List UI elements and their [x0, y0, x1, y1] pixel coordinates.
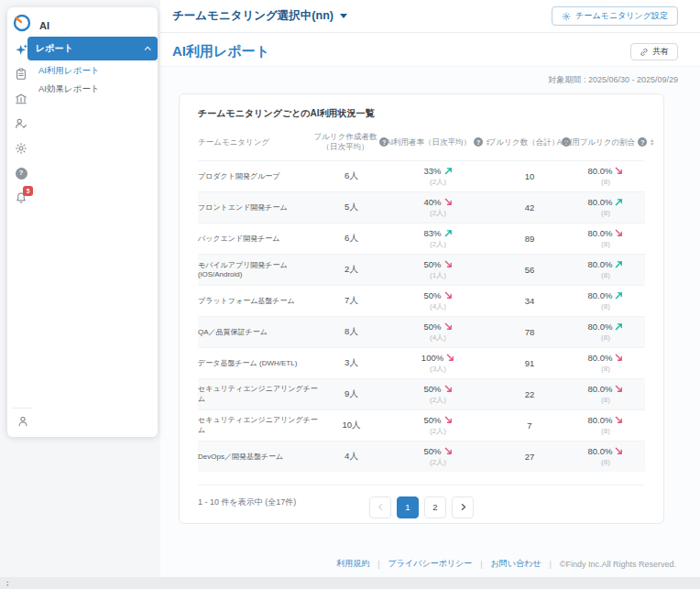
team-name-cell: セキュリティエンジニアリングチーム	[198, 415, 322, 435]
settings-gear-icon[interactable]	[14, 141, 28, 156]
team-name-cell: QA／品質保証チーム	[198, 327, 322, 337]
sort-icon[interactable]	[650, 138, 654, 146]
trend-down-icon	[615, 385, 623, 393]
page-footer: 利用規約 | プライバシーポリシー | お問い合わせ | ©Findy Inc.…	[336, 558, 676, 570]
pr-count-cell: 10	[495, 171, 564, 181]
table-row: フロントエンド開発チーム5人40%(2人)4280.0%(8)	[198, 191, 645, 223]
page-button-1[interactable]: 1	[397, 496, 419, 518]
sidebar-item-report[interactable]: レポート	[27, 37, 158, 60]
ai-usage-rate-value: 33%	[423, 165, 441, 177]
next-page-button[interactable]	[452, 496, 474, 518]
sidebar-logo-label: AI	[39, 20, 49, 31]
footer-separator: |	[549, 560, 551, 569]
ai-usage-rate-sub: (2人)	[430, 239, 446, 249]
ai-usage-rate-cell: 50%(4人)	[381, 289, 495, 311]
sidebar-menu-label: レポート	[36, 42, 73, 55]
team-monitoring-selector[interactable]: チームモニタリング選択中(nn)	[172, 8, 347, 24]
organization-icon[interactable]	[14, 92, 28, 106]
sidebar-icon-rail: 5	[14, 42, 28, 205]
trend-up-icon	[444, 167, 453, 175]
ai-usage-table-card: チームモニタリングごとのAI利用状況一覧 チームモニタリングプルリク作成者数（日…	[179, 93, 664, 524]
help-icon[interactable]	[638, 137, 647, 147]
table-row: セキュリティエンジニアリングチーム10人50%(2人)780.0%(8)	[198, 409, 645, 441]
ai-pr-ratio-value: 80.0%	[588, 258, 613, 270]
trend-down-icon	[444, 260, 453, 268]
table-row: プロダクト開発グループ6人33%(2人)1080.0%(8)	[198, 160, 645, 191]
team-selector-label: チームモニタリング選択中(nn)	[172, 8, 334, 24]
trend-down-icon	[444, 322, 453, 331]
ai-usage-rate-sub: (4人)	[430, 301, 446, 311]
column-label-line2: （日次平均）	[323, 142, 369, 152]
page-title: AI利用レポート	[172, 43, 269, 60]
chevron-up-icon	[145, 46, 151, 52]
ai-usage-rate-value: 50%	[423, 414, 441, 426]
footer-separator: |	[377, 560, 379, 569]
ai-usage-rate-sub: (2人)	[430, 426, 446, 436]
trend-up-icon	[444, 229, 453, 237]
trend-down-icon	[615, 229, 623, 237]
pr-count-cell: 42	[495, 202, 564, 213]
account-user-icon[interactable]	[16, 414, 30, 429]
team-name-cell: セキュリティエンジニアリングチーム	[198, 384, 322, 404]
ai-pr-ratio-value: 80.0%	[588, 165, 613, 177]
table-row: QA／品質保証チーム8人50%(4人)7880.0%(8)	[198, 316, 645, 347]
pr-count-cell: 78	[495, 327, 564, 337]
ai-usage-rate-sub: (2人)	[430, 208, 446, 218]
findy-logo-icon[interactable]	[11, 12, 33, 34]
team-monitoring-settings-button[interactable]: チームモニタリング設定	[552, 6, 678, 26]
trend-up-icon	[615, 291, 623, 300]
ai-pr-ratio-sub: (8)	[601, 208, 610, 218]
footer-link-privacy[interactable]: プライバシーポリシー	[388, 558, 473, 570]
ai-pr-ratio-value: 80.0%	[588, 352, 613, 364]
pr-count-cell: 56	[495, 265, 564, 275]
pr-authors-cell: 5人	[322, 202, 381, 213]
help-icon[interactable]	[14, 166, 28, 180]
user-check-icon[interactable]	[14, 116, 28, 131]
pr-authors-cell: 7人	[322, 295, 381, 307]
help-icon[interactable]	[474, 137, 483, 147]
trend-down-icon	[615, 416, 623, 424]
trend-up-icon	[615, 322, 623, 331]
footer-separator: |	[480, 560, 482, 569]
ai-usage-rate-value: 50%	[423, 445, 441, 457]
pr-count-cell: 7	[495, 420, 564, 431]
trend-down-icon	[615, 167, 623, 175]
pr-count-cell: 22	[495, 389, 564, 399]
chevron-down-icon	[340, 14, 347, 18]
footer-copyright: ©Findy Inc.All Rights Reserved.	[560, 560, 676, 569]
pagination-summary: 1 - 10 件を表示中 (全17件)	[198, 496, 296, 508]
ai-usage-rate-value: 50%	[423, 321, 441, 333]
stray-text-cursor-mark: ；	[4, 578, 11, 588]
ai-usage-rate-sub: (3人)	[430, 364, 446, 374]
column-header-0: チームモニタリング	[198, 132, 322, 153]
column-header-4[interactable]: AI利用プルリクの割合	[564, 132, 647, 153]
sidebar-item-ai-effect-report[interactable]: AI効果レポート	[38, 83, 100, 93]
footer-link-contact[interactable]: お問い合わせ	[491, 558, 541, 570]
ai-pr-ratio-cell: 80.0%(8)	[564, 352, 647, 374]
ai-pr-ratio-value: 80.0%	[588, 227, 613, 239]
prev-page-button	[369, 496, 391, 518]
sidebar-item-ai-usage-report[interactable]: AI利用レポート	[38, 65, 100, 75]
page-button-2[interactable]: 2	[424, 496, 446, 518]
ai-pr-ratio-sub: (8)	[601, 177, 610, 187]
ai-pr-ratio-value: 80.0%	[588, 321, 613, 333]
notification-bell-icon[interactable]: 5	[14, 191, 28, 205]
target-period-label: 対象期間 : 2025/06/30 - 2025/09/29	[160, 67, 700, 88]
sparkle-ai-icon[interactable]	[14, 42, 28, 57]
ai-usage-rate-cell: 40%(2人)	[381, 196, 495, 218]
ai-usage-rate-cell: 50%(2人)	[381, 445, 495, 467]
ai-pr-ratio-cell: 80.0%(8)	[564, 258, 647, 280]
ai-pr-ratio-sub: (8)	[601, 239, 610, 249]
pr-count-cell: 89	[495, 234, 564, 244]
pr-count-cell: 91	[495, 358, 564, 368]
share-button[interactable]: 共有	[630, 43, 678, 60]
clipboard-survey-icon[interactable]	[14, 67, 28, 82]
team-name-cell: プロダクト開発グループ	[198, 171, 322, 181]
ai-usage-rate-value: 50%	[423, 383, 441, 395]
column-header-2[interactable]: AI利用者率（日次平均）	[381, 132, 495, 153]
trend-up-icon	[615, 198, 623, 206]
share-button-label: 共有	[652, 46, 669, 58]
table-row: データ基盤チーム (DWH/ETL)3人100%(3人)9180.0%(8)	[198, 347, 645, 378]
trend-down-icon	[444, 416, 453, 424]
footer-link-terms[interactable]: 利用規約	[336, 558, 369, 570]
